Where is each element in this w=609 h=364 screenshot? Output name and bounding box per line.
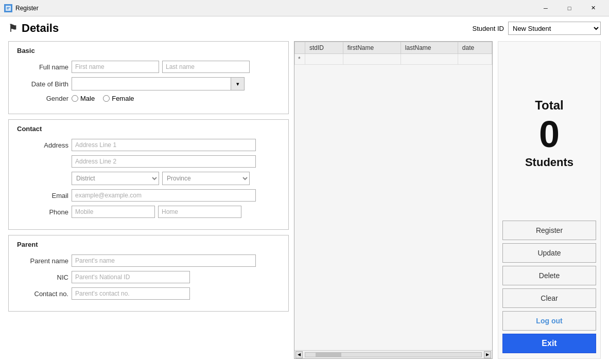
male-radio[interactable] [72,95,78,102]
form-panel: Basic Full name Date of Birth 2023-06-17… [8,41,289,359]
col-firstname: firstName [343,42,401,54]
gender-male[interactable]: Male [72,95,95,102]
titlebar-left: Register [4,4,39,12]
address2-input[interactable] [72,155,256,168]
parent-name-label: Parent name [17,257,68,265]
scroll-right-button[interactable]: ▶ [484,351,491,358]
gender-label: Gender [17,95,68,102]
basic-section-title: Basic [17,47,280,54]
contact-section-title: Contact [17,125,280,133]
district-select[interactable]: District [72,172,159,185]
logout-button[interactable]: Log out [502,311,596,331]
svg-rect-1 [7,7,10,8]
mobile-input[interactable] [72,206,155,218]
svg-rect-0 [6,6,11,11]
page-title-area: ⚑ Details [8,22,59,35]
phone-inputs [72,206,241,218]
students-label: Students [525,156,573,169]
clear-button[interactable]: Clear [502,288,596,308]
contact-no-input[interactable] [72,287,190,300]
male-label: Male [80,95,95,102]
main-content: ⚑ Details Student ID New Student Basic F… [0,16,609,364]
app-icon [4,4,12,12]
contact-no-row: Contact no. [17,287,280,300]
nic-row: NIC [17,271,280,283]
dob-wrapper: 2023-06-17 ▾ [72,77,245,90]
col-stdid: stdID [305,42,343,54]
students-table: stdID firstName lastName date * [294,42,492,65]
gender-female[interactable]: Female [103,95,134,102]
minimize-button[interactable]: ─ [534,0,558,16]
address2-row [17,155,280,168]
female-radio[interactable] [103,95,110,102]
new-row-firstname [343,54,401,65]
buttons-area: Register Update Delete Clear Log out Exi… [502,221,596,353]
table-header-row: stdID firstName lastName date [295,42,492,54]
address1-input[interactable] [72,139,256,151]
delete-button[interactable]: Delete [502,266,596,285]
nic-input[interactable] [72,271,190,283]
nic-label: NIC [17,274,68,281]
province-select[interactable]: Province [162,172,250,185]
dob-label: Date of Birth [17,80,68,88]
col-date: date [458,42,492,54]
close-button[interactable]: ✕ [581,0,605,16]
new-row-lastname [401,54,458,65]
home-input[interactable] [158,206,241,218]
col-lastname: lastName [401,42,458,54]
student-id-row: Student ID New Student [473,22,601,35]
table-panel: stdID firstName lastName date * [294,41,493,359]
dob-input[interactable]: 2023-06-17 [72,77,231,90]
student-id-select[interactable]: New Student [508,22,601,35]
dob-calendar-button[interactable]: ▾ [231,77,245,90]
scroll-track[interactable] [305,352,482,357]
titlebar-controls: ─ □ ✕ [534,0,605,16]
phone-label: Phone [17,208,68,216]
new-row-indicator: * [295,54,305,65]
new-row-stdid [305,54,343,65]
header-row: ⚑ Details Student ID New Student [8,22,601,35]
district-province-row: District Province [72,172,280,185]
address1-row: Address [17,139,280,151]
body-layout: Basic Full name Date of Birth 2023-06-17… [8,41,601,359]
table-new-row: * [295,54,492,65]
female-label: Female [112,95,134,102]
total-label: Total [535,98,564,113]
email-label: Email [17,192,68,199]
contact-no-label: Contact no. [17,290,68,298]
scroll-left-button[interactable]: ◀ [295,351,303,358]
lastname-input[interactable] [162,61,250,73]
total-count: 0 [539,116,560,153]
table-scrollbar[interactable]: ◀ ▶ [294,350,492,358]
update-button[interactable]: Update [502,243,596,263]
scroll-thumb [316,353,341,357]
fullname-label: Full name [17,63,68,71]
parent-name-input[interactable] [72,254,256,267]
register-button[interactable]: Register [502,221,596,240]
right-panel: Total 0 Students Register Update Delete … [498,41,601,359]
basic-section: Basic Full name Date of Birth 2023-06-17… [8,41,289,114]
titlebar: Register ─ □ ✕ [0,0,609,16]
parent-name-row: Parent name [17,254,280,267]
table-container[interactable]: stdID firstName lastName date * [294,42,492,350]
svg-rect-2 [7,8,9,9]
fullname-row: Full name [17,61,280,73]
parent-section: Parent Parent name NIC Contact no. [8,235,289,312]
email-row: Email [17,189,280,202]
col-spacer [295,42,305,54]
firstname-input[interactable] [72,61,159,73]
phone-row: Phone [17,206,280,218]
page-title: Details [22,22,59,35]
exit-button[interactable]: Exit [502,334,596,353]
stats-area: Total 0 Students [525,47,573,221]
new-row-date [458,54,492,65]
contact-section: Contact Address District Province [8,119,289,230]
address-label: Address [17,141,68,149]
gender-options: Male Female [72,95,134,102]
email-input[interactable] [72,189,256,202]
dob-row: Date of Birth 2023-06-17 ▾ [17,77,280,90]
app-title: Register [15,5,39,12]
student-id-label: Student ID [473,25,504,32]
parent-section-title: Parent [17,241,280,248]
maximize-button[interactable]: □ [558,0,581,16]
